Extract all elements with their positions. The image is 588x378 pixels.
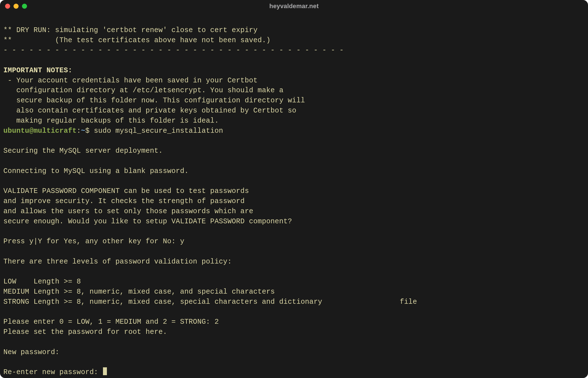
titlebar: heyvaldemar.net <box>0 0 588 12</box>
minimize-icon[interactable] <box>14 4 19 9</box>
term-line: LOW Length >= 8 <box>3 278 81 286</box>
term-line: Please set the password for root here. <box>3 328 167 336</box>
term-line: configuration directory at /etc/letsencr… <box>3 86 283 94</box>
terminal-body[interactable]: ** DRY RUN: simulating 'certbot renew' c… <box>0 12 588 378</box>
prompt-symbol: $ <box>85 127 89 135</box>
term-line: ** DRY RUN: simulating 'certbot renew' c… <box>3 26 258 34</box>
term-line: STRONG Length >= 8, numeric, mixed case,… <box>3 298 417 306</box>
term-line: New password: <box>3 348 59 356</box>
prompt-command: sudo mysql_secure_installation <box>94 127 223 135</box>
term-line: VALIDATE PASSWORD COMPONENT can be used … <box>3 187 249 195</box>
terminal-window: heyvaldemar.net ** DRY RUN: simulating '… <box>0 0 588 378</box>
prompt-host: multicraft <box>33 127 77 135</box>
important-notes-heading: IMPORTANT NOTES: <box>3 66 72 75</box>
term-line: secure enough. Would you like to setup V… <box>3 217 292 226</box>
term-line: There are three levels of password valid… <box>3 258 232 266</box>
term-line: Securing the MySQL server deployment. <box>3 147 163 155</box>
term-line: Connecting to MySQL using a blank passwo… <box>3 167 189 175</box>
term-line: and allows the users to set only those p… <box>3 207 253 215</box>
prompt-at: @ <box>29 127 33 135</box>
term-line: making regular backups of this folder is… <box>3 117 219 125</box>
term-line: and improve security. It checks the stre… <box>3 197 245 205</box>
cursor-icon <box>103 367 107 375</box>
term-line: - - - - - - - - - - - - - - - - - - - - … <box>3 46 344 54</box>
term-line: MEDIUM Length >= 8, numeric, mixed case,… <box>3 288 275 296</box>
maximize-icon[interactable] <box>22 4 27 9</box>
term-line: - Your account credentials have been sav… <box>3 76 258 85</box>
term-line: Re-enter new password: <box>3 368 107 376</box>
prompt-colon: : <box>77 127 81 135</box>
term-line: Press y|Y for Yes, any other key for No:… <box>3 237 184 246</box>
reenter-password-prompt: Re-enter new password: <box>3 368 102 376</box>
term-line: Please enter 0 = LOW, 1 = MEDIUM and 2 =… <box>3 318 219 326</box>
window-controls <box>5 4 27 9</box>
window-title: heyvaldemar.net <box>0 3 588 10</box>
term-line: secure backup of this folder now. This c… <box>3 96 305 105</box>
prompt-line: ubuntu@multicraft:~$ sudo mysql_secure_i… <box>3 127 223 135</box>
prompt-path: ~ <box>81 127 85 135</box>
prompt-user: ubuntu <box>3 127 29 135</box>
term-line: also contain certificates and private ke… <box>3 107 296 115</box>
close-icon[interactable] <box>5 4 10 9</box>
term-line: ** (The test certificates above have not… <box>3 36 271 44</box>
